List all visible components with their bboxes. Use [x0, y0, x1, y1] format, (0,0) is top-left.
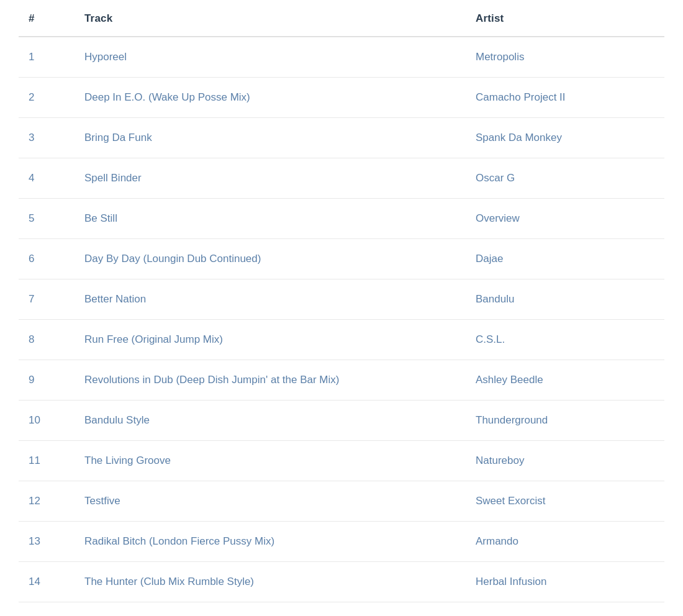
track-number: 9	[19, 360, 75, 401]
track-artist: Natureboy	[466, 441, 664, 481]
table-row: 6Day By Day (Loungin Dub Continued)Dajae	[19, 239, 664, 279]
track-artist: Oscar G	[466, 158, 664, 199]
track-artist: Sweet Exorcist	[466, 481, 664, 522]
table-row: 3Bring Da FunkSpank Da Monkey	[19, 118, 664, 158]
track-number: 4	[19, 158, 75, 199]
track-artist: Herbal Infusion	[466, 562, 664, 602]
table-row: 4Spell BinderOscar G	[19, 158, 664, 199]
table-row: 14The Hunter (Club Mix Rumble Style)Herb…	[19, 562, 664, 602]
track-number: 8	[19, 320, 75, 360]
track-artist: Spank Da Monkey	[466, 118, 664, 158]
table-row: 2Deep In E.O. (Wake Up Posse Mix)Camacho…	[19, 78, 664, 118]
column-header-artist: Artist	[466, 0, 664, 37]
track-number: 6	[19, 239, 75, 279]
track-number: 10	[19, 401, 75, 441]
track-title: Revolutions in Dub (Deep Dish Jumpin' at…	[75, 360, 466, 401]
table-row: 10Bandulu StyleThunderground	[19, 401, 664, 441]
table-row: 11The Living GrooveNatureboy	[19, 441, 664, 481]
track-title: Better Nation	[75, 279, 466, 320]
track-number: 14	[19, 562, 75, 602]
track-number: 3	[19, 118, 75, 158]
track-title: Radikal Bitch (London Fierce Pussy Mix)	[75, 522, 466, 562]
table-row: 9Revolutions in Dub (Deep Dish Jumpin' a…	[19, 360, 664, 401]
track-title: Day By Day (Loungin Dub Continued)	[75, 239, 466, 279]
track-list-container: # Track Artist 1HyporeelMetropolis2Deep …	[0, 0, 683, 602]
table-row: 5Be StillOverview	[19, 199, 664, 239]
track-artist: Armando	[466, 522, 664, 562]
track-title: Hyporeel	[75, 37, 466, 78]
track-artist: Camacho Project II	[466, 78, 664, 118]
table-row: 7Better NationBandulu	[19, 279, 664, 320]
track-artist: Ashley Beedle	[466, 360, 664, 401]
track-artist: Thunderground	[466, 401, 664, 441]
table-row: 12TestfiveSweet Exorcist	[19, 481, 664, 522]
table-row: 8Run Free (Original Jump Mix)C.S.L.	[19, 320, 664, 360]
track-number: 13	[19, 522, 75, 562]
track-title: Spell Binder	[75, 158, 466, 199]
track-title: Deep In E.O. (Wake Up Posse Mix)	[75, 78, 466, 118]
track-number: 5	[19, 199, 75, 239]
track-artist: Bandulu	[466, 279, 664, 320]
column-header-num: #	[19, 0, 75, 37]
track-title: Testfive	[75, 481, 466, 522]
track-number: 7	[19, 279, 75, 320]
table-header-row: # Track Artist	[19, 0, 664, 37]
track-title: Bring Da Funk	[75, 118, 466, 158]
track-title: Be Still	[75, 199, 466, 239]
track-title: Run Free (Original Jump Mix)	[75, 320, 466, 360]
track-number: 12	[19, 481, 75, 522]
track-number: 11	[19, 441, 75, 481]
track-title: The Living Groove	[75, 441, 466, 481]
table-row: 1HyporeelMetropolis	[19, 37, 664, 78]
track-number: 1	[19, 37, 75, 78]
track-artist: Dajae	[466, 239, 664, 279]
track-artist: Metropolis	[466, 37, 664, 78]
track-table: # Track Artist 1HyporeelMetropolis2Deep …	[19, 0, 664, 602]
table-row: 13Radikal Bitch (London Fierce Pussy Mix…	[19, 522, 664, 562]
track-artist: C.S.L.	[466, 320, 664, 360]
column-header-track: Track	[75, 0, 466, 37]
track-artist: Overview	[466, 199, 664, 239]
track-title: Bandulu Style	[75, 401, 466, 441]
track-title: The Hunter (Club Mix Rumble Style)	[75, 562, 466, 602]
track-number: 2	[19, 78, 75, 118]
